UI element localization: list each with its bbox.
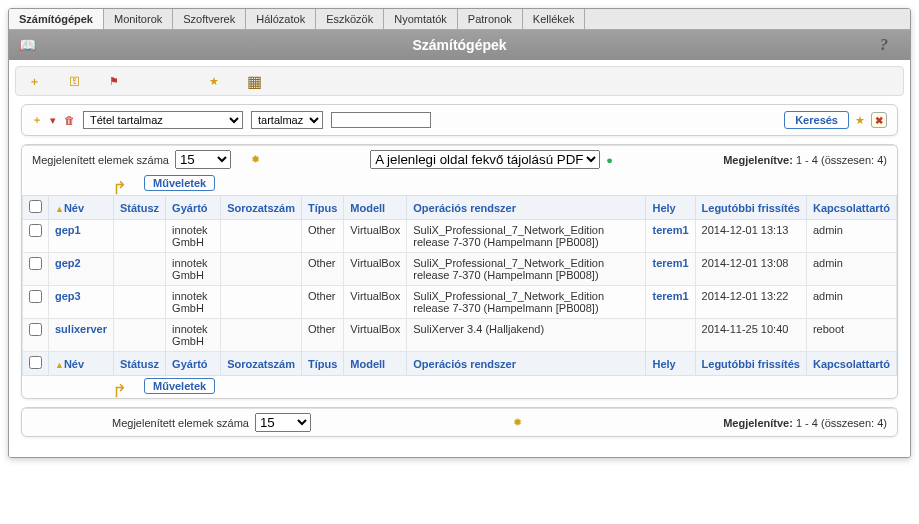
cell-manufacturer: innotek GmbH (166, 286, 221, 319)
tab-eszközök[interactable]: Eszközök (316, 9, 384, 29)
column-header[interactable]: Típus (302, 352, 344, 376)
pager-bottom: Megjelenített elemek száma 15 Megjelenít… (22, 408, 897, 436)
cell-type: Other (302, 319, 344, 352)
tab-monitorok[interactable]: Monitorok (104, 9, 173, 29)
grid-icon[interactable] (244, 71, 264, 91)
cell-serial (221, 319, 302, 352)
table-row: gep2innotek GmbHOtherVirtualBoxSuliX_Pro… (23, 253, 897, 286)
book-icon[interactable] (19, 37, 39, 53)
row-checkbox[interactable] (29, 257, 42, 270)
cell-location[interactable] (646, 319, 695, 352)
search-add-icon[interactable] (32, 113, 42, 127)
cell-model: VirtualBox (344, 286, 407, 319)
arrow-icon (112, 379, 140, 393)
search-panel: ▾ Tétel tartalmaz tartalmaz Keresés (21, 104, 898, 136)
cell-contact: admin (806, 286, 896, 319)
actions-row-bottom: Műveletek (22, 376, 897, 398)
tab-hálózatok[interactable]: Hálózatok (246, 9, 316, 29)
cell-contact: admin (806, 253, 896, 286)
column-header[interactable] (23, 196, 49, 220)
search-field-select[interactable]: Tétel tartalmaz (83, 111, 243, 129)
search-delete-icon[interactable] (64, 114, 75, 126)
pager-status-label: Megjelenítve: (723, 154, 793, 166)
cell-updated: 2014-12-01 13:08 (695, 253, 806, 286)
column-header[interactable]: Operációs rendszer (407, 196, 646, 220)
column-header[interactable]: Modell (344, 196, 407, 220)
column-header[interactable]: Kapcsolattartó (806, 196, 896, 220)
column-header[interactable]: Hely (646, 352, 695, 376)
column-header[interactable]: Státusz (113, 196, 165, 220)
bookmark-star-icon[interactable] (855, 114, 865, 127)
star-icon[interactable] (204, 71, 224, 91)
tab-szoftverek[interactable]: Szoftverek (173, 9, 246, 29)
cell-name[interactable]: gep2 (49, 253, 114, 286)
actions-button-bottom[interactable]: Műveletek (144, 378, 215, 394)
column-header[interactable]: Név (49, 352, 114, 376)
cell-updated: 2014-12-01 13:22 (695, 286, 806, 319)
column-header[interactable] (23, 352, 49, 376)
cell-location[interactable]: terem1 (646, 286, 695, 319)
tab-számítógépek[interactable]: Számítógépek (9, 9, 104, 29)
select-all-checkbox[interactable] (29, 356, 42, 369)
tab-kellékek[interactable]: Kellékek (523, 9, 586, 29)
cell-location[interactable]: terem1 (646, 220, 695, 253)
column-header[interactable]: Legutóbbi frissítés (695, 196, 806, 220)
page-size-label: Megjelenített elemek száma (112, 417, 249, 429)
column-header[interactable]: Hely (646, 196, 695, 220)
table-row: gep3innotek GmbHOtherVirtualBoxSuliX_Pro… (23, 286, 897, 319)
row-checkbox[interactable] (29, 290, 42, 303)
cell-name[interactable]: sulixerver (49, 319, 114, 352)
cell-status (113, 319, 165, 352)
column-header[interactable]: Név (49, 196, 114, 220)
help-icon[interactable] (880, 36, 900, 54)
page-size-select[interactable]: 15 (175, 150, 231, 169)
bookmark-clear-button[interactable] (871, 112, 887, 128)
column-header[interactable]: Modell (344, 352, 407, 376)
cell-status (113, 220, 165, 253)
column-header[interactable]: Operációs rendszer (407, 352, 646, 376)
tab-nyomtatók[interactable]: Nyomtatók (384, 9, 458, 29)
cell-manufacturer: innotek GmbH (166, 253, 221, 286)
column-header[interactable]: Kapcsolattartó (806, 352, 896, 376)
actions-button-top[interactable]: Műveletek (144, 175, 215, 191)
cell-status (113, 286, 165, 319)
row-checkbox[interactable] (29, 323, 42, 336)
export-select[interactable]: A jelenlegi oldal fekvő tájolású PDF-ben (370, 150, 600, 169)
settings-icon[interactable] (513, 416, 522, 429)
main-toolbar (15, 66, 904, 96)
export-go-icon[interactable] (606, 154, 613, 166)
search-group-icon[interactable]: ▾ (50, 114, 56, 127)
sort-asc-icon (55, 358, 64, 370)
cell-location[interactable]: terem1 (646, 253, 695, 286)
column-header[interactable]: Státusz (113, 352, 165, 376)
cell-name[interactable]: gep3 (49, 286, 114, 319)
search-value-input[interactable] (331, 112, 431, 128)
tab-patronok[interactable]: Patronok (458, 9, 523, 29)
flag-icon[interactable] (104, 71, 124, 91)
row-checkbox[interactable] (29, 224, 42, 237)
search-op-select[interactable]: tartalmaz (251, 111, 323, 129)
cell-type: Other (302, 286, 344, 319)
column-header[interactable]: Sorozatszám (221, 196, 302, 220)
add-icon[interactable] (24, 71, 44, 91)
cell-updated: 2014-12-01 13:13 (695, 220, 806, 253)
column-header[interactable]: Sorozatszám (221, 352, 302, 376)
column-header[interactable]: Legutóbbi frissítés (695, 352, 806, 376)
page-size-select-bottom[interactable]: 15 (255, 413, 311, 432)
main-tabs: SzámítógépekMonitorokSzoftverekHálózatok… (9, 9, 910, 30)
settings-icon[interactable] (251, 153, 260, 166)
cell-model: VirtualBox (344, 253, 407, 286)
key-icon[interactable] (64, 71, 84, 91)
column-header[interactable]: Gyártó (166, 352, 221, 376)
cell-manufacturer: innotek GmbH (166, 220, 221, 253)
page-title: Számítógépek (412, 37, 506, 53)
cell-os: SuliXerver 3.4 (Halljakend) (407, 319, 646, 352)
cell-name[interactable]: gep1 (49, 220, 114, 253)
app-window: SzámítógépekMonitorokSzoftverekHálózatok… (8, 8, 911, 458)
table-row: gep1innotek GmbHOtherVirtualBoxSuliX_Pro… (23, 220, 897, 253)
select-all-checkbox[interactable] (29, 200, 42, 213)
search-button[interactable]: Keresés (784, 111, 849, 129)
column-header[interactable]: Típus (302, 196, 344, 220)
column-header[interactable]: Gyártó (166, 196, 221, 220)
cell-type: Other (302, 220, 344, 253)
